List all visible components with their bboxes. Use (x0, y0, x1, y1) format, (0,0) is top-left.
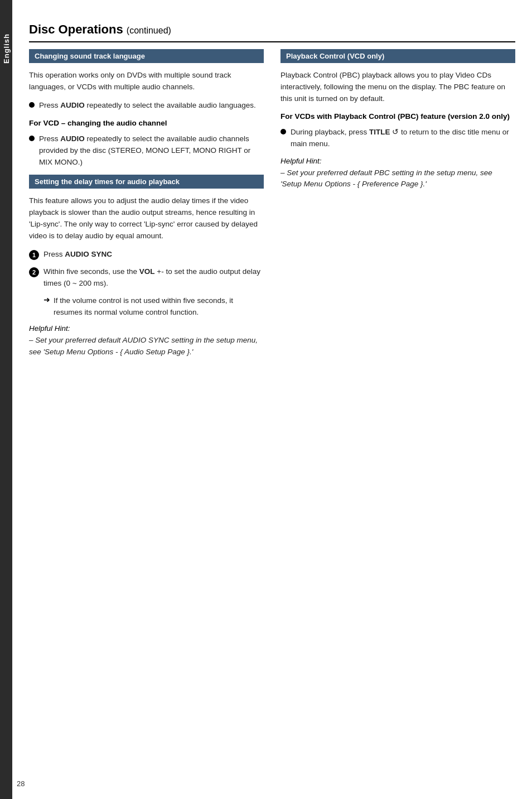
section-header-playback-control: Playback Control (VCD only) (280, 49, 515, 63)
helpful-hint-title-right: Helpful Hint: (280, 157, 515, 165)
arrow-hint: ➜ If the volume control is not used with… (43, 295, 264, 319)
audio-bold-1: AUDIO (60, 101, 85, 109)
bullet-dot-right-1 (280, 129, 286, 134)
step-2: 2 Within five seconds, use the VOL +- to… (29, 266, 264, 290)
helpful-hint-text-left: – Set your preferred default AUDIO SYNC … (29, 335, 264, 358)
step-num-1: 1 (29, 250, 39, 260)
section2-intro: This feature allows you to adjust the au… (29, 195, 264, 242)
side-label-text: English (2, 33, 11, 64)
main-content: Disc Operations (continued) Changing sou… (12, 11, 532, 386)
page-title-suffix: (continued) (127, 26, 171, 35)
subheading-vcds-pbc: For VCDs with Playback Control (PBC) fea… (280, 112, 515, 122)
step-1: 1 Press AUDIO SYNC (29, 249, 264, 261)
playback-intro: Playback Control (PBC) playback allows y… (280, 70, 515, 105)
step-1-text: Press AUDIO SYNC (43, 249, 112, 261)
title-bold: TITLE (369, 128, 390, 136)
bullet-item-1: Press AUDIO repeatedly to select the ava… (29, 100, 264, 112)
arrow-symbol: ➜ (43, 295, 50, 304)
audio-bold-2: AUDIO (60, 134, 85, 143)
arrow-text: If the volume control is not used within… (54, 295, 264, 319)
page-title-main: Disc Operations (29, 22, 123, 36)
bullet-item-right-1: During playback, press TITLE ↺ to return… (280, 127, 515, 150)
step-2-text: Within five seconds, use the VOL +- to s… (43, 266, 264, 290)
helpful-hint-right: Helpful Hint: – Set your preferred defau… (280, 157, 515, 191)
bullet-item-2: Press AUDIO repeatedly to select the ava… (29, 133, 264, 169)
page-title: Disc Operations (continued) (29, 22, 515, 42)
page-number: 28 (17, 779, 25, 788)
page-wrapper: English Disc Operations (continued) Chan… (0, 0, 532, 799)
two-column-layout: Changing sound track language This opera… (29, 49, 515, 364)
bullet-dot (29, 102, 35, 108)
audio-sync-bold: AUDIO SYNC (65, 250, 112, 258)
subheading-vcd-channel: For VCD – changing the audio channel (29, 118, 264, 129)
section-header-delay-times: Setting the delay times for audio playba… (29, 175, 264, 189)
left-column: Changing sound track language This opera… (29, 49, 264, 364)
bullet-text-1: Press AUDIO repeatedly to select the ava… (39, 100, 256, 112)
section-header-changing-sound: Changing sound track language (29, 49, 264, 63)
bullet-dot-2 (29, 136, 35, 141)
bullet-text-2: Press AUDIO repeatedly to select the ava… (39, 133, 264, 169)
vol-bold: VOL (139, 267, 155, 276)
helpful-hint-text-right: – Set your preferred default PBC setting… (280, 167, 515, 191)
side-label: English (0, 0, 12, 799)
step-num-2: 2 (29, 267, 39, 277)
helpful-hint-title-left: Helpful Hint: (29, 324, 264, 333)
right-column: Playback Control (VCD only) Playback Con… (280, 49, 515, 196)
bullet-text-right-1: During playback, press TITLE ↺ to return… (291, 127, 515, 150)
section1-intro: This operation works only on DVDs with m… (29, 70, 264, 93)
helpful-hint-left: Helpful Hint: – Set your preferred defau… (29, 324, 264, 358)
